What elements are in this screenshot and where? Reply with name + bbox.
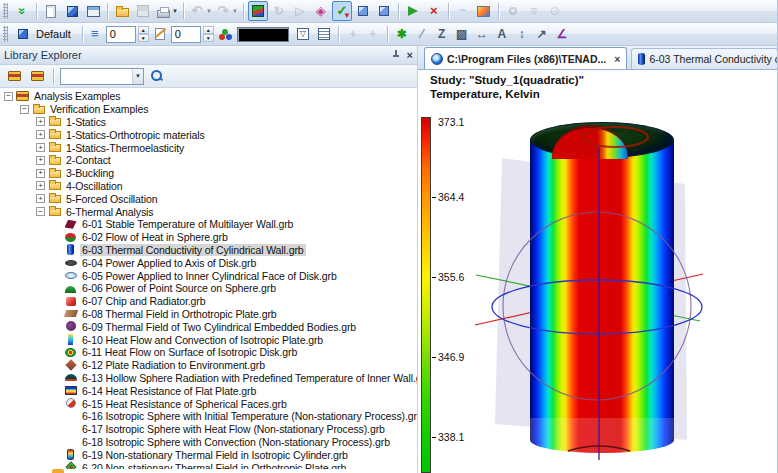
tree-item-label[interactable]: Analysis Examples (32, 90, 122, 102)
tree-expander[interactable]: + (36, 156, 45, 165)
shaded-view-button[interactable] (248, 1, 268, 21)
tree-item-label[interactable]: 6-04 Power Applied to Axis of Disk.grb (80, 257, 258, 269)
update-results-button[interactable]: ✓▼ (332, 1, 352, 21)
tree-item-label[interactable]: Verification Examples (48, 103, 150, 115)
pin-icon[interactable] (391, 50, 401, 60)
profile-combobox[interactable]: Default (12, 24, 78, 44)
tree-expander[interactable]: + (36, 117, 45, 126)
level-value[interactable]: 0 (171, 26, 201, 43)
tree-item-label[interactable]: 6-11 Heat Flow on Surface of Isotropic D… (80, 346, 299, 358)
tree-item-label[interactable]: 6-13 Hollow Sphere Radiation with Predef… (80, 372, 417, 384)
expand-toolbars-button[interactable]: » (12, 1, 32, 21)
tree-item-label[interactable]: 6-17 Isotropic Sphere with Heat Flow (No… (80, 423, 387, 435)
tree-item-label[interactable]: 6-01 Stable Temperature of Multilayer Wa… (80, 218, 295, 230)
text-button[interactable]: A (492, 24, 512, 44)
tree-item-label[interactable]: 6-02 Flow of Heat in Sphere.grb (80, 231, 230, 243)
tree-item-label[interactable]: 6-15 Heat Resistance of Spherical Faces.… (80, 398, 289, 410)
tree-item-label[interactable]: 6-16 Isotropic Sphere with Initial Tempe… (80, 410, 417, 422)
dropdown-caret-icon[interactable]: ▼ (206, 8, 212, 14)
library-open-button[interactable] (27, 66, 47, 86)
new-3d-model-button[interactable] (62, 1, 82, 21)
snap-grid-button[interactable]: ✱ (392, 24, 412, 44)
tree-item-label[interactable]: 6-10 Heat Flow and Convection of Isotrop… (80, 334, 325, 346)
color-swatch[interactable] (237, 27, 289, 42)
library-add-button[interactable] (4, 66, 24, 86)
save-button[interactable] (133, 1, 153, 21)
tree-item-label[interactable]: 6-06 Power of Point Source on Sphere.grb (80, 282, 278, 294)
tree-item-label[interactable]: 6-18 Isotropic Sphere with Convection (N… (80, 436, 392, 448)
print-button[interactable]: ▼ (154, 1, 179, 21)
tree-item-label[interactable]: 1-Statics-Orthotropic materials (64, 129, 207, 141)
sort-button[interactable]: ≡ (524, 1, 544, 21)
iso-view-a-button[interactable] (353, 1, 373, 21)
redo-button[interactable]: ↷▼ (214, 1, 239, 21)
sketch-z-button[interactable]: Z (432, 24, 452, 44)
dropdown-caret-icon[interactable]: ▼ (172, 8, 178, 14)
tree-item-label[interactable]: 6-Thermal Analysis (64, 206, 155, 218)
list-options-button[interactable] (314, 24, 334, 44)
dimension-v-button[interactable]: ↕ (512, 24, 532, 44)
dropdown-check-button[interactable]: ▽ (293, 24, 313, 44)
schedule-button[interactable]: ⊙ (545, 1, 565, 21)
tree-expander[interactable]: − (36, 207, 45, 216)
level-spin-arrows[interactable]: ▲▼ (203, 26, 214, 42)
preview-button[interactable] (503, 1, 523, 21)
continue-button[interactable]: ▷ (290, 1, 310, 21)
m14-icon (64, 385, 77, 396)
library-search-combobox[interactable]: ▼ (60, 68, 144, 85)
layer-spin-arrows[interactable]: ▲▼ (138, 26, 149, 42)
tree-expander[interactable]: + (36, 194, 45, 203)
hatch-button[interactable]: ▨ (452, 24, 472, 44)
tree-expander[interactable]: − (4, 92, 13, 101)
snap-line-button[interactable]: ⁄ (412, 24, 432, 44)
tree-expander[interactable]: − (20, 105, 29, 114)
close-icon[interactable]: × (407, 49, 413, 61)
new-drawing-button[interactable] (83, 1, 103, 21)
delete-results-button[interactable]: × (424, 1, 444, 21)
level-spinner[interactable]: 0 ▲▼ (171, 26, 214, 43)
result-window-button[interactable] (474, 1, 494, 21)
new-document-button[interactable] (41, 1, 61, 21)
tree-item-label[interactable]: 6-09 Thermal Field of Two Cylindrical Em… (80, 321, 358, 333)
tab-close-icon[interactable]: × (614, 53, 620, 65)
tree-expander[interactable]: + (36, 169, 45, 178)
tree-item-label[interactable]: 2-Contact (64, 154, 113, 166)
leader-button[interactable]: ↗ (532, 24, 552, 44)
iso-view-b-button[interactable] (374, 1, 394, 21)
tree-item-label[interactable]: 6-19 Non-stationary Thermal Field in Iso… (80, 449, 350, 461)
toolbar-drag-handle[interactable] (3, 26, 8, 42)
snap-b-button[interactable]: + (363, 24, 383, 44)
tree-expander[interactable]: + (36, 130, 45, 139)
undo-button[interactable]: ↶▼ (188, 1, 213, 21)
dimension-angle-button[interactable]: ∠ (552, 24, 572, 44)
tree-item-label[interactable]: 6-05 Power Applied to Inner Cylindrical … (80, 270, 339, 282)
layer-value[interactable]: 0 (106, 26, 136, 43)
tree-item-label[interactable]: 6-20 Non-stationary Thermal Field in Ort… (80, 462, 348, 470)
search-button[interactable] (147, 66, 167, 86)
tree-item-label[interactable]: 1-Statics (64, 116, 108, 128)
surface-tool-button[interactable]: ~ (453, 1, 473, 21)
tree-item-label[interactable]: 6-12 Plate Radiation to Environment.grb (80, 359, 267, 371)
tree-item-label[interactable]: 5-Forced Oscillation (64, 193, 159, 205)
dimension-h-button[interactable]: ↔ (472, 24, 492, 44)
tree-item-label[interactable]: 6-03 Thermal Conductivity of Cylindrical… (80, 244, 306, 256)
open-button[interactable] (112, 1, 132, 21)
tree-expander[interactable]: + (36, 143, 45, 152)
manipulator-button[interactable]: ◈ (311, 1, 331, 21)
tree-item-label[interactable]: 6-08 Thermal Field in Orthotropic Plate.… (80, 308, 279, 320)
tree-expander[interactable]: + (36, 181, 45, 190)
dropdown-caret-icon[interactable]: ▼ (232, 8, 238, 14)
tree-item-label[interactable]: 6-14 Heat Resistance of Flat Plate.grb (80, 385, 258, 397)
toolbar-drag-handle[interactable] (3, 3, 8, 19)
layer-spinner[interactable]: 0 ▲▼ (106, 26, 149, 43)
tree-item-label[interactable]: 4-Oscillation (64, 180, 124, 192)
markup-button[interactable] (403, 1, 423, 21)
rotate-view-button[interactable]: ↻ (269, 1, 289, 21)
3d-viewport[interactable]: Study: "Study_1(quadratic)" Temperature,… (418, 70, 777, 473)
document-tab-2[interactable]: 6-03 Thermal Conductivity of C...× (631, 48, 777, 69)
document-tab-1[interactable]: C:\Program Files (x86)\TENAD...× (424, 47, 627, 70)
tree-item-label[interactable]: 3-Buckling (64, 167, 116, 179)
tree-item-label[interactable]: 1-Statics-Thermoelasticity (64, 142, 186, 154)
snap-a-button[interactable]: + (343, 24, 363, 44)
tree-item-label[interactable]: 6-07 Chip and Radiator.grb (80, 295, 207, 307)
